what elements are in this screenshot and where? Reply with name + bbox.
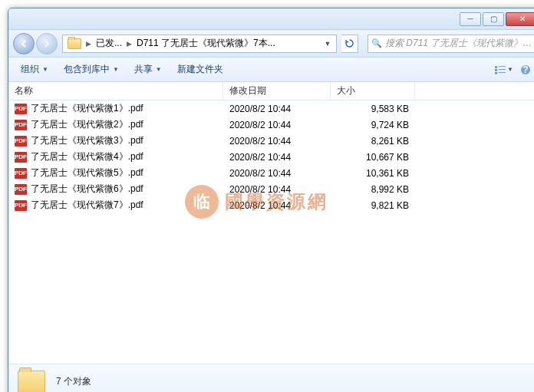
file-name-cell: PDF了无居士《现代紫微3》.pdf: [8, 134, 223, 147]
file-row[interactable]: PDF了无居士《现代紫微6》.pdf2020/8/2 10:448,992 KB: [8, 181, 534, 197]
file-name: 了无居士《现代紫微5》.pdf: [31, 166, 143, 180]
help-button[interactable]: ?: [516, 61, 534, 78]
chevron-down-icon: ▼: [156, 66, 162, 73]
column-headers: 名称 修改日期 大小: [8, 82, 534, 100]
pdf-icon: PDF: [15, 152, 27, 163]
search-placeholder: 搜索 D711 了无居士《现代紫微》7...: [385, 37, 532, 50]
file-name: 了无居士《现代紫微7》.pdf: [31, 199, 143, 212]
nav-buttons: [13, 33, 58, 54]
file-date: 2020/8/2 10:44: [223, 104, 331, 114]
share-button[interactable]: 共享▼: [128, 61, 168, 78]
file-date: 2020/8/2 10:44: [223, 168, 331, 179]
pdf-icon: PDF: [15, 168, 27, 179]
arrow-right-icon: [42, 39, 51, 48]
chevron-down-icon: ▼: [113, 66, 119, 73]
svg-rect-4: [495, 72, 497, 74]
svg-rect-0: [495, 66, 497, 68]
close-button[interactable]: ✕: [506, 12, 534, 26]
column-size[interactable]: 大小: [331, 82, 415, 100]
pdf-icon: PDF: [15, 120, 27, 130]
chevron-down-icon: ▼: [507, 66, 513, 73]
file-name: 了无居士《现代紫微4》.pdf: [31, 150, 143, 163]
chevron-down-icon: ▼: [42, 66, 48, 73]
arrow-left-icon: [19, 39, 28, 48]
organize-button[interactable]: 组织▼: [15, 61, 54, 78]
file-row[interactable]: PDF了无居士《现代紫微4》.pdf2020/8/2 10:4410,667 K…: [8, 149, 534, 165]
file-name-cell: PDF了无居士《现代紫微6》.pdf: [8, 183, 223, 196]
pdf-icon: PDF: [15, 136, 27, 147]
svg-rect-2: [495, 69, 497, 71]
pdf-icon: PDF: [15, 184, 27, 195]
breadcrumb-dropdown[interactable]: ▼: [321, 40, 335, 48]
view-button[interactable]: ▼: [495, 61, 513, 78]
forward-button[interactable]: [36, 33, 58, 54]
file-name: 了无居士《现代紫微3》.pdf: [31, 134, 143, 147]
file-size: 9,724 KB: [331, 120, 415, 130]
file-list[interactable]: 临 國學資源網 PDF了无居士《现代紫微1》.pdf2020/8/2 10:44…: [8, 100, 534, 364]
back-button[interactable]: [13, 33, 35, 54]
refresh-button[interactable]: [341, 35, 358, 53]
search-icon: 🔍: [371, 38, 382, 48]
folder-icon: [18, 371, 45, 393]
file-name-cell: PDF了无居士《现代紫微5》.pdf: [8, 166, 223, 180]
file-name: 了无居士《现代紫微6》.pdf: [31, 183, 143, 196]
file-row[interactable]: PDF了无居士《现代紫微7》.pdf2020/8/2 10:449,821 KB: [8, 197, 534, 213]
help-icon: ?: [520, 64, 531, 75]
content-area: 名称 修改日期 大小 临 國學資源網 PDF了无居士《现代紫微1》.pdf202…: [8, 82, 534, 364]
svg-rect-5: [499, 72, 506, 73]
navbar: ▶ 已发... ▶ D711 了无居士《现代紫微》7本... ▼ 🔍 搜索 D7…: [8, 30, 534, 58]
column-date[interactable]: 修改日期: [223, 82, 331, 100]
column-name[interactable]: 名称: [8, 82, 223, 100]
file-size: 10,361 KB: [331, 168, 415, 179]
breadcrumb-root[interactable]: [64, 35, 84, 52]
search-box[interactable]: 🔍 搜索 D711 了无居士《现代紫微》7...: [368, 35, 534, 53]
file-size: 8,261 KB: [331, 136, 415, 147]
file-name-cell: PDF了无居士《现代紫微4》.pdf: [8, 150, 223, 163]
titlebar: ─ ▢ ✕: [8, 8, 534, 30]
pdf-icon: PDF: [15, 104, 27, 114]
svg-rect-1: [499, 66, 506, 67]
maximize-button[interactable]: ▢: [483, 12, 504, 26]
file-date: 2020/8/2 10:44: [223, 184, 331, 195]
file-row[interactable]: PDF了无居士《现代紫微2》.pdf2020/8/2 10:449,724 KB: [8, 117, 534, 133]
file-name-cell: PDF了无居士《现代紫微2》.pdf: [8, 118, 223, 131]
refresh-icon: [344, 38, 354, 48]
file-row[interactable]: PDF了无居士《现代紫微3》.pdf2020/8/2 10:448,261 KB: [8, 133, 534, 149]
file-name-cell: PDF了无居士《现代紫微1》.pdf: [8, 102, 223, 115]
breadcrumb-seg2[interactable]: D711 了无居士《现代紫微》7本...: [134, 35, 279, 52]
include-button[interactable]: 包含到库中▼: [58, 61, 125, 78]
statusbar: 7 个对象: [8, 364, 534, 392]
file-row[interactable]: PDF了无居士《现代紫微5》.pdf2020/8/2 10:4410,361 K…: [8, 165, 534, 181]
toolbar: 组织▼ 包含到库中▼ 共享▼ 新建文件夹 ▼ ?: [8, 58, 534, 82]
file-size: 10,667 KB: [331, 152, 415, 163]
file-size: 8,992 KB: [331, 184, 415, 195]
breadcrumb[interactable]: ▶ 已发... ▶ D711 了无居士《现代紫微》7本... ▼: [62, 35, 337, 53]
svg-rect-3: [499, 69, 506, 70]
view-icon: [495, 64, 506, 75]
newfolder-button[interactable]: 新建文件夹: [171, 61, 229, 78]
chevron-right-icon[interactable]: ▶: [125, 40, 134, 48]
file-name-cell: PDF了无居士《现代紫微7》.pdf: [8, 199, 223, 212]
file-name: 了无居士《现代紫微2》.pdf: [31, 118, 143, 131]
file-name: 了无居士《现代紫微1》.pdf: [31, 102, 143, 115]
file-date: 2020/8/2 10:44: [223, 152, 331, 163]
minimize-button[interactable]: ─: [460, 12, 481, 26]
status-count: 7 个对象: [56, 375, 91, 388]
chevron-right-icon[interactable]: ▶: [84, 40, 93, 48]
explorer-window: ─ ▢ ✕ ▶ 已发... ▶ D711 了无居士《现代紫微》7本... ▼: [8, 8, 534, 392]
folder-icon: [68, 38, 81, 49]
file-date: 2020/8/2 10:44: [223, 200, 331, 211]
svg-text:?: ?: [522, 64, 528, 75]
file-size: 9,821 KB: [331, 200, 415, 211]
breadcrumb-seg1[interactable]: 已发...: [93, 35, 125, 52]
file-date: 2020/8/2 10:44: [223, 120, 331, 130]
file-size: 9,583 KB: [331, 104, 415, 114]
file-row[interactable]: PDF了无居士《现代紫微1》.pdf2020/8/2 10:449,583 KB: [8, 100, 534, 117]
file-date: 2020/8/2 10:44: [223, 136, 331, 147]
pdf-icon: PDF: [15, 200, 27, 211]
